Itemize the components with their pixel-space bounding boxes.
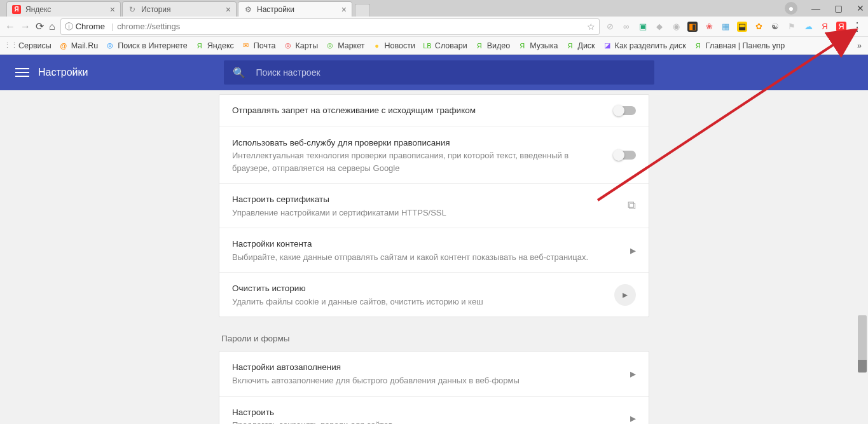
extension-icon[interactable]: Я — [820, 22, 830, 32]
close-icon[interactable]: × — [110, 4, 115, 15]
scrollbar-thumb[interactable] — [858, 315, 867, 373]
action-circle-button[interactable]: ▸ — [614, 284, 636, 306]
bookmark-item[interactable]: @Mail.Ru — [59, 41, 98, 50]
bookmark-icon: ⋮⋮ — [6, 41, 15, 50]
row-subtitle: Предлагать сохранять пароли для сайтов — [232, 419, 619, 424]
new-tab-button[interactable] — [355, 4, 370, 17]
bookmarks-overflow-icon[interactable]: » — [857, 41, 862, 50]
hamburger-icon[interactable] — [15, 65, 29, 79]
browser-tab-settings[interactable]: ⚙ Настройки × — [238, 1, 352, 17]
bookmark-item[interactable]: ЯВидео — [475, 41, 511, 50]
bookmark-item[interactable]: ●Новости — [372, 41, 415, 50]
window-controls: ● — ▢ ✕ — [785, 0, 864, 17]
bookmark-icon: Я — [195, 41, 204, 50]
extension-icon[interactable]: ∞ — [621, 22, 631, 32]
settings-row[interactable]: Использовать веб-службу для проверки пра… — [219, 127, 649, 184]
extension-icon[interactable]: ❀ — [704, 22, 714, 32]
bookmark-icon: Я — [475, 41, 484, 50]
row-subtitle: Включить автозаполнение для быстрого доб… — [232, 374, 619, 387]
toggle-switch[interactable] — [614, 151, 636, 160]
bookmark-label: Mail.Ru — [71, 41, 98, 50]
row-title: Настроить — [232, 406, 619, 420]
bookmark-item[interactable]: ◪Как разделить диск — [603, 41, 686, 50]
bookmark-label: Яндекс — [207, 41, 234, 50]
site-info-icon[interactable]: ⓘ — [65, 21, 73, 32]
extension-icon[interactable]: Я — [836, 22, 846, 32]
browser-tab-yandex[interactable]: Я Яндекс × — [6, 1, 121, 17]
bookmark-item[interactable]: ЯЯндекс — [195, 41, 234, 50]
bookmark-item[interactable]: ✉Почта — [242, 41, 276, 50]
row-text: Настройки контентаВыбирайте, какие данны… — [232, 237, 619, 263]
bookmark-item[interactable]: ◎Поиск в Интернете — [106, 41, 188, 50]
bookmark-label: Главная | Панель упр — [706, 41, 785, 50]
extension-icon[interactable]: ▣ — [638, 22, 648, 32]
row-title: Использовать веб-службу для проверки пра… — [232, 136, 603, 150]
extension-icon[interactable]: ◉ — [671, 22, 681, 32]
bookmark-label: Почта — [254, 41, 276, 50]
gear-favicon: ⚙ — [244, 5, 252, 14]
settings-search[interactable]: 🔍 — [224, 60, 654, 85]
bookmark-item[interactable]: ЯДиск — [565, 41, 595, 50]
settings-row[interactable]: Настройки автозаполненияВключить автозап… — [219, 352, 649, 396]
search-icon: 🔍 — [233, 67, 245, 79]
back-button[interactable]: ← — [5, 21, 15, 32]
bookmark-icon: ◎ — [284, 41, 293, 50]
privacy-card: Отправлять запрет на отслеживание с исхо… — [219, 94, 649, 317]
chevron-right-icon: ▸ — [630, 367, 636, 381]
toggle-switch[interactable] — [614, 106, 636, 115]
bookmark-label: Новости — [384, 41, 415, 50]
bookmark-label: Как разделить диск — [615, 41, 686, 50]
row-text: Настроить сертификатыУправление настройк… — [232, 193, 616, 219]
settings-row[interactable]: Настроить сертификатыУправление настройк… — [219, 184, 649, 228]
omnibox-sep: | — [111, 22, 113, 31]
maximize-button[interactable]: ▢ — [834, 3, 843, 13]
bookmark-label: Поиск в Интернете — [118, 41, 188, 50]
bookmark-item[interactable]: ◎Карты — [284, 41, 319, 50]
settings-search-input[interactable] — [256, 67, 645, 78]
bookmark-label: Маркет — [338, 41, 364, 50]
extension-icon[interactable]: ☁ — [803, 22, 813, 32]
omnibox-chip: Chrome — [76, 22, 105, 31]
row-subtitle: Выбирайте, какие данные отправлять сайта… — [232, 251, 619, 264]
browser-tab-history[interactable]: ↻ История × — [122, 1, 237, 17]
bookmark-item[interactable]: ЯГлавная | Панель упр — [694, 41, 785, 50]
forward-button[interactable]: → — [20, 21, 31, 32]
bookmark-icon: ✉ — [242, 41, 251, 50]
extension-icon[interactable]: ⬓ — [737, 22, 747, 32]
bookmark-item[interactable]: ЯМузыка — [518, 41, 558, 50]
extension-icon[interactable]: ▦ — [720, 22, 731, 32]
omnibox-url: chrome://settings — [117, 22, 180, 31]
bookmark-label: Словари — [435, 41, 467, 50]
extension-icon[interactable]: ⊘ — [605, 22, 615, 32]
settings-row[interactable]: Настройки контентаВыбирайте, какие данны… — [219, 228, 649, 273]
close-icon[interactable]: × — [341, 4, 347, 15]
reload-button[interactable]: ⟳ — [36, 20, 44, 32]
bookmark-item[interactable]: LBСловари — [423, 41, 467, 50]
home-button[interactable]: ⌂ — [49, 21, 55, 32]
extension-icon[interactable]: ✿ — [754, 22, 764, 32]
profile-icon[interactable]: ● — [785, 2, 797, 15]
bookmark-item[interactable]: ⋮⋮Сервисы — [6, 41, 52, 50]
settings-content: Отправлять запрет на отслеживание с исхо… — [0, 90, 868, 424]
bookmark-label: Сервисы — [18, 41, 52, 50]
tab-title: Настройки — [257, 5, 338, 14]
extension-icon[interactable]: ⚑ — [787, 22, 797, 32]
bookmark-star-icon[interactable]: ☆ — [587, 22, 595, 32]
settings-row[interactable]: Очистить историюУдалить файлы cookie и д… — [219, 273, 649, 317]
kebab-menu-icon[interactable]: ⋮ — [851, 20, 863, 34]
extension-icon[interactable]: ☯ — [770, 22, 780, 32]
minimize-button[interactable]: — — [811, 3, 820, 13]
settings-row[interactable]: НастроитьПредлагать сохранять пароли для… — [219, 397, 649, 424]
close-icon[interactable]: × — [226, 4, 231, 15]
settings-row[interactable]: Отправлять запрет на отслеживание с исхо… — [219, 95, 649, 127]
bookmark-item[interactable]: ◎Маркет — [326, 41, 364, 50]
settings-panel: Отправлять запрет на отслеживание с исхо… — [219, 94, 649, 424]
extension-icon[interactable]: ◧ — [687, 22, 698, 32]
tab-title: Яндекс — [25, 5, 106, 14]
external-link-icon[interactable]: ⧉ — [628, 199, 636, 212]
bookmark-icon: ◎ — [326, 41, 334, 50]
settings-header: Настройки 🔍 — [0, 55, 868, 90]
address-bar[interactable]: ⓘ Chrome | chrome://settings ☆ — [60, 18, 600, 35]
window-close-button[interactable]: ✕ — [857, 3, 864, 13]
extension-icon[interactable]: ◆ — [654, 22, 665, 32]
